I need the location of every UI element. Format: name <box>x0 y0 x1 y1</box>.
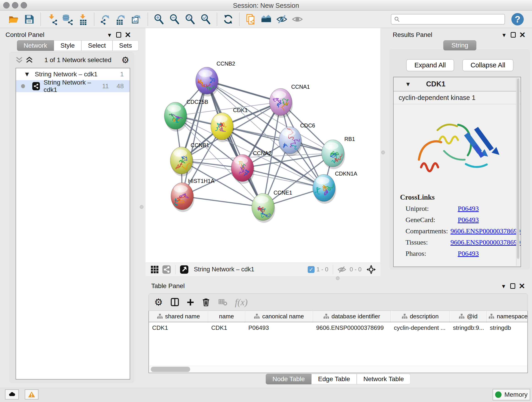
tab-node-table[interactable]: Node Table <box>266 374 311 384</box>
eye-slash-icon[interactable] <box>275 13 288 26</box>
table-panel-title: Table Panel <box>151 282 185 290</box>
eye-icon[interactable] <box>291 13 304 26</box>
right-splitter-handle[interactable] <box>381 151 385 154</box>
share-icon[interactable] <box>162 265 171 274</box>
network-export-icon[interactable] <box>99 13 112 26</box>
floppy-save-icon[interactable] <box>23 13 36 26</box>
network-node-CCNA1[interactable]: CCNA1 <box>269 84 310 118</box>
tab-edge-table[interactable]: Edge Table <box>311 374 357 384</box>
grid-icon[interactable] <box>150 265 159 274</box>
split-columns-icon[interactable] <box>170 297 180 307</box>
toolbar-separator <box>94 13 94 26</box>
network-view-canvas[interactable]: CCNB2CCNA1CDC25BCDK1CDC6RB1CCNB1CCNA2CDK… <box>146 28 380 263</box>
crosslink-link[interactable]: 9606.ENSP00000378699 <box>450 238 520 246</box>
column-header-name[interactable]: name <box>208 311 245 322</box>
main-toolbar: ? <box>0 11 532 28</box>
birdseye-icon[interactable] <box>367 265 376 274</box>
table-header-row: shared namenamecanonical namedatabase id… <box>149 311 527 322</box>
hscroll-thumb[interactable] <box>151 367 190 372</box>
network-node-RB1[interactable]: RB1 <box>322 136 355 169</box>
expand-all-button[interactable]: Expand All <box>406 59 454 71</box>
gear-icon[interactable]: ⚙ <box>121 56 129 64</box>
table-import-icon[interactable] <box>76 13 89 26</box>
collapse-gene-icon[interactable]: ▼ <box>405 81 411 88</box>
left-splitter-handle[interactable] <box>140 205 143 209</box>
crosslink-link[interactable]: P06493 <box>458 216 479 224</box>
search-input[interactable] <box>400 15 505 24</box>
chevron-double-up-icon[interactable] <box>24 56 34 64</box>
memory-button[interactable]: Memory <box>493 389 530 400</box>
table-row[interactable]: CDK1CDK1P064939606.ENSP00000378699cyclin… <box>149 322 527 333</box>
trash-icon[interactable] <box>201 297 211 307</box>
float-panel-icon[interactable] <box>509 31 518 39</box>
horizontal-splitter-handle[interactable] <box>336 276 340 280</box>
tab-string[interactable]: String <box>443 40 476 51</box>
crosslink-link[interactable]: P06493 <box>458 205 479 212</box>
checkbox-icon[interactable]: ✓ <box>308 266 315 273</box>
close-panel-icon[interactable]: ✕ <box>518 31 527 39</box>
cloud-icon[interactable] <box>5 389 19 400</box>
table-export-icon[interactable] <box>114 13 127 26</box>
table-hscrollbar[interactable] <box>149 366 527 373</box>
table-cell: stringdb <box>487 322 528 333</box>
network-node-CDKN1A[interactable]: CDKN1A <box>313 171 357 204</box>
refresh-icon[interactable] <box>222 13 234 26</box>
houses-icon[interactable] <box>260 13 273 26</box>
zoom-selected-icon[interactable] <box>199 13 212 26</box>
delete-table-icon[interactable] <box>218 297 228 307</box>
column-header-database-identifier[interactable]: database identifier <box>313 311 391 322</box>
tab-sets[interactable]: Sets <box>113 40 139 51</box>
crosslink-link[interactable]: 9606.ENSP00000378699 <box>450 227 520 235</box>
eye-slash-icon[interactable] <box>337 265 346 274</box>
column-header-description[interactable]: description <box>391 311 450 322</box>
collapse-panel-icon[interactable]: ▾ <box>500 31 509 39</box>
tree-expander-icon[interactable]: ▼ <box>24 70 30 78</box>
close-panel-icon[interactable]: ✕ <box>123 31 133 39</box>
table-cell: 9606.ENSP00000378699 <box>313 322 391 333</box>
title-bar: Session: New Session <box>0 0 532 11</box>
network-node-CDC6[interactable]: CDC6 <box>279 122 315 156</box>
help-icon[interactable]: ? <box>511 13 524 26</box>
import-network-icon[interactable] <box>45 13 58 26</box>
tab-network-table[interactable]: Network Table <box>357 374 411 384</box>
zoom-out-icon[interactable] <box>168 13 181 26</box>
node-label-CDKN1A: CDKN1A <box>335 171 357 177</box>
chevron-double-down-icon[interactable] <box>14 56 24 64</box>
folder-open-icon[interactable] <box>7 13 20 26</box>
node-label-CDK1: CDK1 <box>233 107 248 113</box>
network-node-CCNB2[interactable]: CCNB2 <box>196 61 235 96</box>
network-edge-CCNB2-CCNE1[interactable] <box>207 81 263 207</box>
collapse-panel-icon[interactable]: ▾ <box>499 282 508 290</box>
results-scrollbar[interactable] <box>516 78 520 266</box>
zoom-fit-icon[interactable] <box>184 13 196 26</box>
collapse-panel-icon[interactable]: ▾ <box>105 31 114 39</box>
copy-document-icon[interactable] <box>244 13 257 26</box>
column-header-namespace[interactable]: namespace <box>487 311 528 322</box>
column-header-shared-name[interactable]: shared name <box>149 311 208 322</box>
network-edge-CDK1-RB1[interactable] <box>222 126 333 153</box>
network-type-icon <box>32 82 40 90</box>
database-import-icon[interactable] <box>61 13 74 26</box>
network-collection-row[interactable]: ▼ String Network – cdk1 1 <box>16 68 130 80</box>
network-node-HIST1H1A[interactable]: HIST1H1A <box>171 178 215 212</box>
tab-network[interactable]: Network <box>17 40 54 51</box>
network-edge-HIST1H1A-CCNE1[interactable] <box>182 196 263 207</box>
open-in-new-icon[interactable] <box>180 265 189 274</box>
collapse-all-button[interactable]: Collapse All <box>462 59 514 71</box>
float-panel-icon[interactable] <box>508 282 517 290</box>
image-export-icon[interactable] <box>130 13 143 26</box>
tab-select[interactable]: Select <box>81 40 113 51</box>
warning-icon[interactable] <box>25 389 38 400</box>
plus-icon[interactable]: + <box>187 298 194 306</box>
network-row-selected[interactable]: String Network – cdk1 11 48 <box>16 80 130 92</box>
function-icon[interactable]: f(x) <box>235 297 248 307</box>
crosslink-link[interactable]: P06493 <box>458 249 479 257</box>
column-header-canonical-name[interactable]: canonical name <box>245 311 313 322</box>
float-panel-icon[interactable] <box>114 31 123 39</box>
close-panel-icon[interactable]: ✕ <box>517 282 526 290</box>
gear-icon[interactable]: ⚙ <box>154 297 163 308</box>
zoom-in-icon[interactable] <box>152 13 165 26</box>
tab-style[interactable]: Style <box>54 40 81 51</box>
node-label-CCNB2: CCNB2 <box>216 61 235 67</box>
column-header-@id[interactable]: @id <box>450 311 487 322</box>
